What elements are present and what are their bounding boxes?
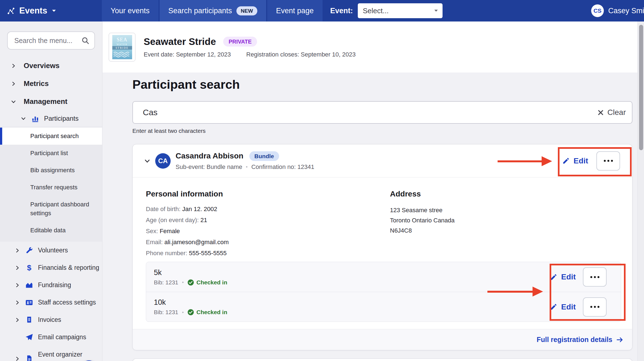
id-card-icon: [25, 299, 33, 306]
app-screen: Events Your events Search participants N…: [0, 0, 644, 361]
sidebar-item-editable-data[interactable]: Editable data: [0, 222, 102, 239]
sidebar-item-label: Participant search: [30, 132, 94, 141]
sidebar-item-participant-search[interactable]: Participant search: [0, 128, 102, 145]
sidebar-item-management[interactable]: Management: [0, 93, 102, 111]
check-circle-icon: [187, 279, 194, 286]
chevron-right-icon: [14, 356, 20, 361]
event-header: SEA WATER STRIDE Seawater Stride PRIVATE…: [103, 21, 644, 72]
chevron-right-icon: [14, 317, 20, 323]
scrollbar-thumb[interactable]: [639, 25, 643, 150]
next-participant-card: Casey Bryant: [132, 359, 632, 361]
event-select[interactable]: Select...: [358, 3, 443, 18]
sidebar-item-metrics[interactable]: Metrics: [0, 75, 102, 93]
more-options-button[interactable]: [596, 151, 620, 171]
logo-line: SEA: [117, 37, 127, 43]
link-label: Full registration details: [537, 336, 612, 344]
sidebar-item-label: Participants: [44, 115, 78, 122]
more-options-button[interactable]: [583, 267, 607, 287]
address-line: 123 Seasame stree: [390, 205, 455, 215]
full-registration-details-link[interactable]: Full registration details: [537, 336, 623, 344]
sidebar-item-staff-access-settings[interactable]: Staff access settings: [0, 294, 102, 311]
arrow-right-icon: [616, 336, 623, 343]
ellipsis-icon: [590, 276, 592, 278]
participant-avatar: CA: [155, 153, 171, 169]
confirmation-number: Confirmation no: 12341: [251, 163, 314, 171]
nav-tab-event-page[interactable]: Event page: [267, 0, 323, 21]
sidebar-item-label: Fundraising: [38, 281, 71, 289]
nav-tab-search-participants[interactable]: Search participants NEW: [160, 0, 266, 21]
wrench-icon: [25, 247, 33, 254]
user-name: Casey Smith: [608, 7, 644, 15]
sidebar-item-email-campaigns[interactable]: Email campaigns: [0, 328, 102, 346]
dollar-icon: $: [25, 264, 33, 272]
event-selector-group: Event: Select...: [330, 0, 443, 21]
event-selector-label: Event:: [330, 7, 353, 15]
user-menu[interactable]: CS Casey Smith: [591, 0, 644, 21]
sidebar-item-label: Overviews: [24, 61, 59, 70]
event-logo: SEA WATER STRIDE: [109, 33, 135, 61]
top-navbar: Events Your events Search participants N…: [0, 0, 644, 21]
nav-tab-label: Event page: [276, 7, 314, 15]
chevron-right-icon: [10, 63, 17, 69]
user-avatar: CS: [591, 4, 604, 17]
sidebar-item-invoices[interactable]: Invoices: [0, 311, 102, 328]
page-title: Participant search: [132, 77, 632, 92]
personal-info-heading: Personal information: [146, 190, 390, 198]
info-row: Date of birth: Jan 12. 2002: [146, 206, 390, 213]
sidebar-item-participant-list[interactable]: Participant list: [0, 145, 102, 162]
address-heading: Address: [390, 190, 455, 198]
event-select-value: Select...: [363, 7, 389, 15]
bar-chart-icon: [31, 115, 39, 122]
chevron-right-icon: [14, 247, 20, 254]
area-chart-icon: [25, 281, 33, 289]
sidebar-item-financials-reporting[interactable]: $ Financials & reporting: [0, 259, 102, 276]
sidebar-item-label: Volunteers: [38, 246, 68, 255]
private-badge: PRIVATE: [223, 37, 257, 47]
logo-line: WATER: [117, 43, 128, 46]
sidebar-item-overviews[interactable]: Overviews: [0, 57, 102, 75]
bundle-badge: Bundle: [249, 151, 279, 161]
edit-label: Edit: [561, 273, 576, 281]
events-brand-menu[interactable]: Events: [0, 0, 102, 21]
info-row: Age (on event day): 21: [146, 217, 390, 224]
check-circle-icon: [187, 309, 194, 316]
search-helper-text: Enter at least two characters: [132, 128, 632, 134]
chevron-right-icon: [14, 300, 20, 306]
nav-tab-your-events[interactable]: Your events: [102, 0, 159, 21]
sidebar-item-label: Participant dashboard settings: [30, 200, 94, 218]
sidebar-item-transfer-requests[interactable]: Transfer requests: [0, 179, 102, 196]
participant-card-body: Personal information Date of birth: Jan …: [133, 177, 632, 322]
sidebar-item-label: Bib assignments: [30, 166, 94, 175]
sub-events-list: 5k Bib: 1231 Checked in: [146, 262, 621, 322]
dot-separator: [246, 166, 247, 168]
dot-separator: [182, 282, 184, 283]
participant-card: CA Casandra Abbison Bundle Sub-event: Bu…: [132, 144, 632, 350]
clear-search-button[interactable]: Clear: [597, 106, 626, 119]
edit-sub-event-button[interactable]: Edit: [550, 273, 576, 281]
scrollbar-track[interactable]: [637, 21, 644, 361]
more-options-button[interactable]: [583, 297, 607, 317]
info-row: Sex: Female: [146, 228, 390, 235]
sub-event-name: 10k: [154, 298, 227, 307]
sidebar-item-participant-dashboard-settings[interactable]: Participant dashboard settings: [0, 196, 102, 222]
sidebar-nav: Overviews Metrics Management Participant…: [0, 57, 102, 361]
chevron-down-icon: [20, 115, 26, 122]
participants-submenu: Participant search Participant list Bib …: [0, 126, 102, 242]
chevron-down-icon[interactable]: [144, 157, 151, 165]
sidebar-item-volunteers[interactable]: Volunteers: [0, 242, 102, 259]
event-logo-poster: SEA WATER STRIDE: [112, 35, 132, 59]
sidebar-item-label: Invoices: [38, 316, 61, 324]
paper-plane-icon: [25, 333, 33, 341]
ellipsis-icon: [604, 160, 606, 162]
sidebar-item-bib-assignments[interactable]: Bib assignments: [0, 162, 102, 179]
participant-search-input[interactable]: [132, 101, 632, 124]
edit-participant-button[interactable]: Edit: [562, 157, 588, 165]
sidebar-item-fundraising[interactable]: Fundraising: [0, 276, 102, 294]
sidebar-item-event-organizer-resources[interactable]: Event organizer resources: [0, 346, 102, 361]
main-content: SEA WATER STRIDE Seawater Stride PRIVATE…: [103, 21, 644, 361]
sidebar-item-participants[interactable]: Participants: [0, 111, 102, 126]
clear-label: Clear: [607, 108, 626, 117]
edit-sub-event-button[interactable]: Edit: [550, 303, 576, 311]
chevron-right-icon: [14, 282, 20, 288]
registration-closes: Registration closes: September 10, 2023: [246, 51, 356, 58]
